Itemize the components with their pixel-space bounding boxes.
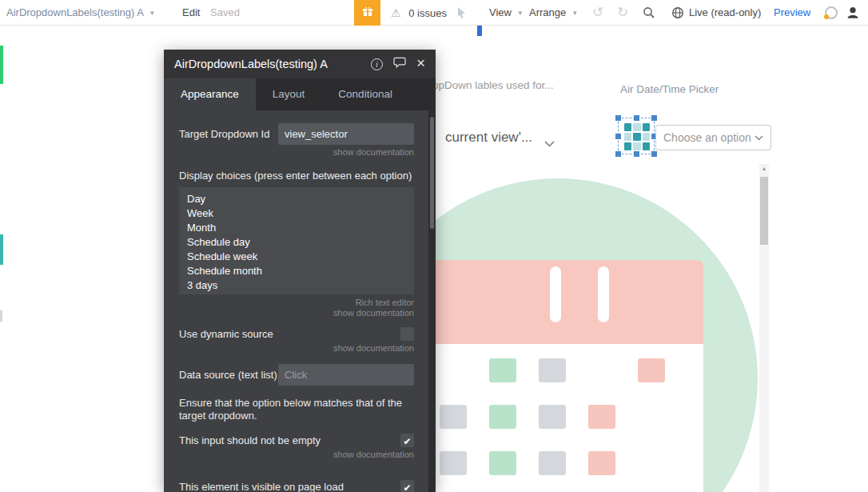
preview-button[interactable]: Preview	[774, 0, 810, 26]
live-mode-selector[interactable]: Live (read-only)	[689, 0, 761, 26]
dialog-title: AirDropdownLabels(testing) A	[174, 58, 328, 70]
tab-layout[interactable]: Layout	[256, 78, 322, 110]
data-source-input[interactable]	[278, 364, 414, 386]
close-icon[interactable]	[416, 57, 425, 71]
saved-label: Saved	[210, 6, 240, 18]
calendar-square	[489, 358, 516, 382]
collapsed-palette-teal[interactable]	[0, 234, 3, 265]
gift-icon	[360, 4, 375, 22]
issues-indicator[interactable]: 0 issues	[391, 0, 447, 26]
choice-line: 3 days	[187, 278, 406, 293]
selected-datepicker-element[interactable]	[618, 118, 655, 154]
target-dropdown-id-row: Target Dropdown Id	[179, 123, 414, 145]
choice-line: Month	[187, 221, 406, 235]
resize-handle[interactable]	[651, 115, 657, 121]
preview-label: Preview	[774, 6, 810, 18]
scroll-up-icon[interactable]: ▲	[759, 164, 769, 174]
show-documentation-link[interactable]: show documentation	[179, 343, 414, 353]
choice-line: Schedule month	[187, 264, 406, 278]
dialog-tabs: Appearance Layout Conditional	[164, 78, 436, 110]
calendar-square	[539, 358, 566, 382]
calendar-square	[440, 451, 467, 475]
show-documentation-link[interactable]: show documentation	[179, 450, 414, 459]
calendar-square	[539, 405, 566, 429]
choose-option-label: Choose an option	[663, 131, 751, 144]
data-source-label: Data source (text list)	[179, 369, 277, 381]
chevron-down-icon	[755, 135, 763, 141]
issues-label: 0 issues	[408, 7, 447, 19]
data-source-row: Data source (text list)	[179, 364, 414, 386]
chevron-down-icon	[544, 136, 555, 150]
edit-menu[interactable]: Edit	[182, 0, 200, 26]
visible-row-partial: This element is visible on page load	[179, 480, 414, 492]
dynamic-source-row: Use dynamic source	[179, 327, 414, 341]
show-documentation-link[interactable]: show documentation	[179, 308, 414, 318]
comment-icon[interactable]	[393, 57, 406, 72]
rich-text-editor-link[interactable]: Rich text editor	[179, 298, 414, 307]
target-dropdown-id-label: Target Dropdown Id	[179, 128, 269, 140]
info-icon[interactable]: i	[371, 58, 383, 70]
calendar-square	[588, 405, 615, 429]
calendar-ring	[550, 266, 561, 322]
arrange-menu-label: Arrange	[529, 6, 566, 18]
calendar-square	[638, 358, 665, 382]
dynamic-source-label: Use dynamic source	[179, 328, 273, 340]
calendar-square	[440, 405, 467, 429]
bubble-editor: AirDropdownLabels(testing) A Edit Saved …	[0, 0, 868, 492]
resize-handle[interactable]	[615, 151, 621, 157]
dynamic-source-checkbox[interactable]	[400, 327, 414, 341]
tab-conditional[interactable]: Conditional	[321, 78, 409, 110]
tab-appearance[interactable]: Appearance	[164, 78, 256, 110]
view-dropdown-fragment[interactable]: current view'...	[445, 130, 532, 146]
dialog-title-bar[interactable]: AirDropdownLabels(testing) A i	[164, 50, 436, 78]
saved-status: Saved	[210, 0, 240, 26]
choice-line: Schedule day	[187, 235, 406, 250]
dialog-scrollbar-thumb[interactable]	[430, 117, 434, 229]
panel-scrollbar[interactable]: ▲	[759, 164, 769, 492]
visible-checkbox[interactable]	[400, 480, 414, 492]
gift-button[interactable]	[354, 0, 380, 26]
scrollbar-thumb[interactable]	[760, 177, 768, 245]
resize-handle[interactable]	[634, 115, 639, 121]
visible-label: This element is visible on page load	[179, 481, 344, 492]
choice-line: Week	[187, 206, 406, 221]
help-badge-dot	[824, 14, 829, 19]
calendar-grid	[440, 358, 665, 475]
collapsed-palette-gray[interactable]	[0, 310, 2, 322]
ensure-note: Ensure that the option below matches tha…	[179, 397, 420, 422]
resize-handle[interactable]	[651, 151, 657, 157]
display-choices-editor[interactable]: Day Week Month Schedule day Schedule wee…	[179, 187, 414, 294]
search-icon[interactable]	[643, 6, 655, 22]
not-empty-row: This input should not be empty	[179, 434, 414, 447]
resize-handle[interactable]	[615, 115, 621, 121]
not-empty-checkbox[interactable]	[400, 434, 414, 447]
air-datepicker-title[interactable]: Air Date/Time Picker	[620, 83, 719, 95]
help-icon[interactable]	[825, 6, 838, 19]
canvas-text-fragment[interactable]: opDown lables used for...	[432, 79, 554, 91]
calendar-square	[539, 451, 566, 475]
resize-handle[interactable]	[615, 134, 621, 139]
page-selector-label: AirDropdownLabels(testing) A	[6, 6, 143, 18]
target-dropdown-id-input[interactable]	[278, 123, 414, 145]
collapsed-palette-green[interactable]	[0, 46, 3, 84]
calendar-ring	[598, 266, 609, 322]
live-mode-label: Live (read-only)	[689, 6, 761, 18]
view-menu-label: View	[489, 6, 512, 18]
undo-icon[interactable]	[592, 0, 603, 26]
redo-icon[interactable]	[617, 0, 628, 26]
dialog-scrollbar[interactable]	[428, 110, 436, 492]
choose-option-dropdown[interactable]: Choose an option	[655, 125, 771, 150]
calendar-square	[588, 451, 615, 475]
arrange-menu[interactable]: Arrange	[529, 0, 576, 26]
top-toolbar: AirDropdownLabels(testing) A Edit Saved …	[0, 0, 868, 26]
resize-handle[interactable]	[634, 151, 639, 157]
pointer-tool-icon[interactable]	[456, 6, 468, 22]
choice-line: Day	[187, 192, 406, 206]
calendar-square	[489, 405, 516, 429]
dialog-body: Target Dropdown Id show documentation Di…	[164, 110, 436, 492]
datepicker-grid-icon	[624, 123, 650, 150]
view-menu[interactable]: View	[489, 0, 522, 26]
user-account-icon[interactable]	[846, 6, 860, 23]
show-documentation-link[interactable]: show documentation	[179, 147, 414, 157]
page-selector[interactable]: AirDropdownLabels(testing) A	[6, 0, 153, 26]
